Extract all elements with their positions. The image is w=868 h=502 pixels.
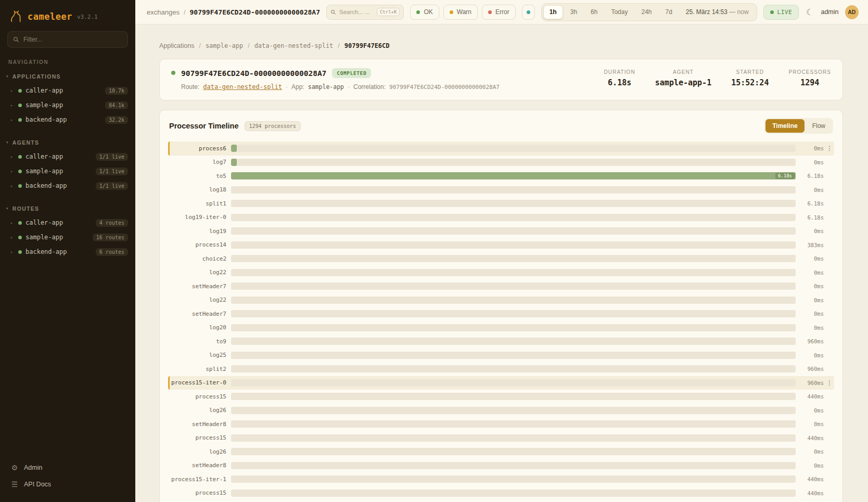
duration-value: 0ms bbox=[796, 297, 826, 303]
extra-filter-dot-icon bbox=[527, 10, 530, 14]
sidebar-section-header[interactable]: ▾ ROUTES bbox=[0, 203, 135, 215]
time-range-1h[interactable]: 1h bbox=[543, 5, 563, 19]
timeline-rows: process6 0ms ⋮ log7 0ms ⋮ to5 6.18s 6.18… bbox=[168, 141, 834, 502]
timeline-row-setHeader8[interactable]: setHeader8 0ms ⋮ bbox=[168, 459, 834, 473]
sidebar-item-sample-app[interactable]: ▸ sample-app 84.1k bbox=[0, 98, 135, 112]
duration-bar bbox=[231, 159, 237, 166]
timeline-track bbox=[231, 448, 796, 455]
timeline-track bbox=[231, 490, 796, 497]
search-icon bbox=[330, 9, 336, 15]
timeline-track bbox=[231, 310, 796, 317]
sidebar-item-backend-app[interactable]: ▸ backend-app 1/1 live bbox=[0, 178, 135, 193]
timeline-row-setHeader8[interactable]: setHeader8 0ms ⋮ bbox=[168, 417, 834, 431]
sidebar-section-header[interactable]: ▾ APPLICATIONS bbox=[0, 71, 135, 83]
processor-name: log25 bbox=[170, 352, 231, 358]
content-breadcrumb-data-gen-nested-split[interactable]: data-gen-nested-split bbox=[254, 42, 334, 49]
timeline-row-to9[interactable]: to9 960ms ⋮ bbox=[168, 334, 834, 349]
kebab-menu-icon[interactable]: ⋮ bbox=[826, 379, 833, 387]
search-box[interactable]: Ctrl+K bbox=[326, 5, 404, 20]
time-range-today[interactable]: Today bbox=[605, 5, 634, 19]
live-indicator[interactable]: LIVE bbox=[763, 5, 799, 20]
processor-name: process15 bbox=[170, 434, 231, 441]
sidebar-filter-input[interactable] bbox=[23, 36, 122, 43]
timeline-track bbox=[231, 379, 796, 387]
time-range-24h[interactable]: 24h bbox=[635, 5, 658, 19]
timeline-row-log19[interactable]: log19 0ms ⋮ bbox=[168, 224, 834, 238]
avatar[interactable]: AD bbox=[845, 5, 859, 19]
status-dot-icon bbox=[18, 184, 22, 188]
timeline-row-log26[interactable]: log26 0ms ⋮ bbox=[168, 404, 834, 418]
timeline-row-process14[interactable]: process14 383ms ⋮ bbox=[168, 238, 834, 252]
filter-chip-warn[interactable]: Warn bbox=[443, 5, 478, 20]
sidebar-item-api-docs[interactable]: ☰ API Docs bbox=[3, 476, 132, 493]
sidebar-item-caller-app[interactable]: ▸ caller-app 10.7k bbox=[0, 83, 135, 98]
time-range-6h[interactable]: 6h bbox=[584, 5, 604, 19]
processor-name: process15-iter-0 bbox=[170, 379, 231, 386]
toggle-flow-button[interactable]: Flow bbox=[806, 119, 832, 133]
sidebar-item-admin[interactable]: ⚙ Admin bbox=[3, 459, 132, 476]
breadcrumb: exchanges / 90799F47E6CD24D-000000000000… bbox=[147, 8, 320, 16]
duration-value: 0ms bbox=[796, 421, 826, 427]
route-link[interactable]: data-gen-nested-split bbox=[203, 83, 282, 91]
status-dot-icon bbox=[171, 71, 175, 75]
timeline-row-to5[interactable]: to5 6.18s 6.18s ⋮ bbox=[168, 169, 834, 183]
navigation-label: NAVIGATION bbox=[0, 58, 135, 71]
sidebar-item-backend-app[interactable]: ▸ backend-app 6 routes bbox=[0, 244, 135, 259]
sidebar-section: ▾ ROUTES ▸ caller-app 4 routes ▸ sample-… bbox=[0, 203, 135, 259]
sidebar-item-caller-app[interactable]: ▸ caller-app 1/1 live bbox=[0, 149, 135, 164]
timeline-row-log25[interactable]: log25 0ms ⋮ bbox=[168, 349, 834, 363]
timeline-row-log22[interactable]: log22 0ms ⋮ bbox=[168, 293, 834, 307]
timeline-row-process15-iter-0[interactable]: process15-iter-0 960ms ⋮ bbox=[168, 376, 834, 390]
timeline-row-log7[interactable]: log7 0ms ⋮ bbox=[168, 156, 834, 170]
timeline-track bbox=[231, 338, 796, 345]
sidebar-item-badge: 4 routes bbox=[96, 219, 128, 227]
timeline-row-setHeader7[interactable]: setHeader7 0ms ⋮ bbox=[168, 307, 834, 321]
timeline-row-choice2[interactable]: choice2 0ms ⋮ bbox=[168, 252, 834, 266]
sidebar-section-header[interactable]: ▾ AGENTS bbox=[0, 137, 135, 149]
timeline-row-process15[interactable]: process15 440ms ⋮ bbox=[168, 390, 834, 404]
toggle-timeline-button[interactable]: Timeline bbox=[765, 119, 804, 133]
timeline-row-process15-iter-1[interactable]: process15-iter-1 440ms ⋮ bbox=[168, 472, 834, 486]
timeline-row-log20[interactable]: log20 0ms ⋮ bbox=[168, 321, 834, 335]
filter-chip-error[interactable]: Error bbox=[482, 5, 516, 20]
filter-chip-ok[interactable]: OK bbox=[410, 5, 439, 20]
sidebar-section: ▾ APPLICATIONS ▸ caller-app 10.7k ▸ samp… bbox=[0, 71, 135, 127]
timeline-row-log26[interactable]: log26 0ms ⋮ bbox=[168, 445, 834, 459]
timeline-row-log19-iter-0[interactable]: log19-iter-0 6.18s ⋮ bbox=[168, 211, 834, 225]
theme-toggle-moon-icon[interactable]: ☾ bbox=[805, 7, 814, 17]
timeline-row-process15[interactable]: process15 440ms ⋮ bbox=[168, 486, 834, 500]
sidebar-item-backend-app[interactable]: ▸ backend-app 32.2k bbox=[0, 112, 135, 127]
duration-value: 0ms bbox=[796, 145, 826, 151]
timeline-row-setHeader7[interactable]: setHeader7 0ms ⋮ bbox=[168, 279, 834, 293]
search-input[interactable] bbox=[339, 9, 374, 15]
timeline-row-process6[interactable]: process6 0ms ⋮ bbox=[168, 141, 834, 156]
kebab-menu-icon[interactable]: ⋮ bbox=[826, 145, 833, 152]
sidebar-item-badge: 1/1 live bbox=[96, 153, 128, 161]
sidebar-item-label: sample-app bbox=[25, 168, 63, 175]
sidebar-filter-box[interactable] bbox=[7, 31, 128, 48]
sidebar-section: ▾ AGENTS ▸ caller-app 1/1 live ▸ sample-… bbox=[0, 137, 135, 193]
duration-value: 440ms bbox=[796, 435, 826, 441]
view-toggle: Timeline Flow bbox=[764, 118, 833, 134]
timeline-track bbox=[231, 407, 796, 414]
timeline-row-split1[interactable]: split1 6.18s ⋮ bbox=[168, 197, 834, 211]
sidebar-item-sample-app[interactable]: ▸ sample-app 16 routes bbox=[0, 230, 135, 244]
timeline-row-split2[interactable]: split2 960ms ⋮ bbox=[168, 362, 834, 376]
sidebar-item-badge: 16 routes bbox=[93, 234, 128, 241]
filter-chip-extra[interactable] bbox=[522, 5, 535, 20]
timeline-track bbox=[231, 475, 796, 483]
timeline-row-log18[interactable]: log18 0ms ⋮ bbox=[168, 183, 834, 197]
timeline-row-log26[interactable]: log26 0ms ⋮ bbox=[168, 500, 834, 502]
exchange-id: 90799F47E6CD24D-00000000000028A7 bbox=[181, 69, 326, 78]
content-breadcrumb-applications[interactable]: Applications bbox=[159, 42, 194, 49]
timeline-row-log22[interactable]: log22 0ms ⋮ bbox=[168, 266, 834, 280]
content-breadcrumb-sample-app[interactable]: sample-app bbox=[206, 42, 243, 49]
duration-value: 0ms bbox=[796, 228, 826, 234]
time-range-7d[interactable]: 7d bbox=[659, 5, 678, 19]
breadcrumb-exchanges[interactable]: exchanges bbox=[147, 8, 180, 16]
sidebar-item-sample-app[interactable]: ▸ sample-app 1/1 live bbox=[0, 164, 135, 178]
timeline-row-process15[interactable]: process15 440ms ⋮ bbox=[168, 431, 834, 445]
sidebar-item-caller-app[interactable]: ▸ caller-app 4 routes bbox=[0, 215, 135, 230]
time-range-3h[interactable]: 3h bbox=[564, 5, 583, 19]
sidebar-section-items: ▸ caller-app 1/1 live ▸ sample-app 1/1 l… bbox=[0, 149, 135, 193]
